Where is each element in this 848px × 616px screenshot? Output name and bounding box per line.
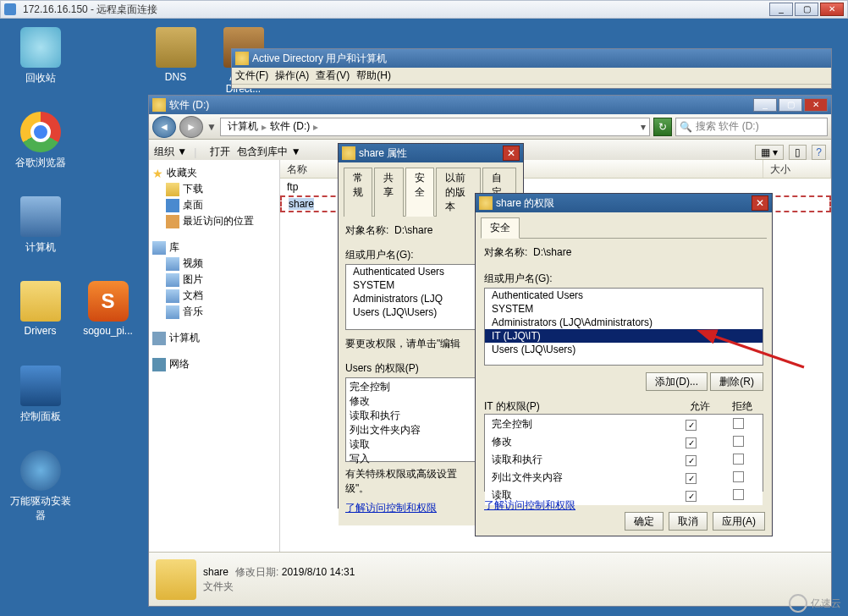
- crumb-dropdown-icon[interactable]: ▾: [641, 121, 646, 133]
- pane-icon[interactable]: ▯: [789, 145, 807, 160]
- tree-libraries[interactable]: 库: [152, 239, 276, 256]
- open-button[interactable]: 打开: [210, 145, 230, 159]
- perm-close[interactable]: ✕: [752, 195, 768, 211]
- dropdown-icon[interactable]: ▼: [206, 121, 217, 133]
- deny-checkbox[interactable]: [733, 471, 744, 482]
- include-button[interactable]: 包含到库中 ▼: [237, 145, 300, 159]
- col-size[interactable]: 大小: [763, 160, 831, 178]
- deny-checkbox[interactable]: [733, 418, 744, 429]
- tree-computer[interactable]: 计算机: [152, 330, 276, 346]
- rdp-title: 172.16.16.150 - 远程桌面连接: [19, 3, 768, 17]
- desktop-recycle-bin[interactable]: 回收站: [8, 27, 72, 85]
- col-deny: 拒绝: [721, 399, 763, 414]
- allow-checkbox[interactable]: ✓: [686, 473, 697, 484]
- allow-checkbox[interactable]: ✓: [686, 420, 697, 431]
- desktop-driver-install[interactable]: 万能驱动安装器: [8, 450, 72, 523]
- tree-downloads[interactable]: 下载: [152, 181, 276, 197]
- tab-general[interactable]: 常规: [344, 168, 372, 217]
- share-permissions-dialog[interactable]: share 的权限 ✕ 安全 对象名称: D:\share 组或用户名(G): …: [475, 193, 773, 536]
- prop-obj-value: D:\share: [394, 224, 432, 236]
- ad-titlebar[interactable]: Active Directory 用户和计算机: [232, 49, 831, 68]
- explorer-title: 软件 (D:): [169, 98, 752, 113]
- prop-link[interactable]: 了解访问控制和权限: [345, 502, 437, 514]
- explorer-min[interactable]: _: [753, 98, 777, 112]
- tab-prev[interactable]: 以前的版本: [436, 168, 481, 217]
- watermark-logo-icon: [789, 594, 807, 613]
- desktop[interactable]: 回收站 DNS Active Direct... 谷歌浏览器 计算机 Drive…: [0, 19, 848, 616]
- perm-titlebar[interactable]: share 的权限 ✕: [476, 194, 772, 212]
- tree-recent[interactable]: 最近访问的位置: [152, 213, 276, 229]
- perm-user-item[interactable]: Authenticated Users: [485, 289, 763, 302]
- picture-icon: [166, 273, 179, 287]
- network-icon: [152, 358, 166, 371]
- perm-table[interactable]: 完全控制✓修改✓读取和执行✓列出文件夹内容✓读取✓: [484, 414, 763, 492]
- desktop-dns[interactable]: DNS: [144, 27, 207, 83]
- deny-checkbox[interactable]: [733, 489, 744, 500]
- perm-user-item[interactable]: SYSTEM: [485, 302, 763, 316]
- tree-desktop[interactable]: 桌面: [152, 197, 276, 213]
- prop-close[interactable]: ✕: [503, 146, 520, 161]
- music-icon: [166, 305, 179, 319]
- minimize-button[interactable]: _: [769, 3, 793, 16]
- perm-title: share 的权限: [496, 196, 750, 211]
- allow-checkbox[interactable]: ✓: [686, 491, 697, 502]
- menu-help[interactable]: 帮助(H): [356, 69, 391, 83]
- perm-link[interactable]: 了解访问控制和权限: [484, 499, 575, 511]
- tree-favorites[interactable]: ★收藏夹: [152, 165, 276, 181]
- nav-tree[interactable]: ★收藏夹 下载 桌面 最近访问的位置 库 视频 图片 文档 音乐 计算机 网络: [149, 160, 280, 586]
- desktop-drivers[interactable]: Drivers: [8, 281, 72, 337]
- desktop-cpanel[interactable]: 控制面板: [8, 366, 72, 424]
- refresh-button[interactable]: ↻: [653, 118, 672, 136]
- allow-checkbox[interactable]: ✓: [686, 437, 697, 448]
- desktop-computer[interactable]: 计算机: [8, 196, 72, 255]
- ad-window[interactable]: Active Directory 用户和计算机 文件(F) 操作(A) 查看(V…: [231, 48, 832, 89]
- cancel-button[interactable]: 取消: [669, 512, 708, 531]
- menu-action[interactable]: 操作(A): [275, 69, 309, 83]
- desktop-chrome[interactable]: 谷歌浏览器: [8, 112, 72, 170]
- deny-checkbox[interactable]: [733, 454, 744, 465]
- computer-icon: [152, 332, 166, 345]
- search-input[interactable]: 🔍 搜索 软件 (D:): [675, 118, 828, 136]
- status-name: share: [203, 566, 229, 578]
- deny-checkbox[interactable]: [733, 436, 744, 447]
- search-icon: 🔍: [680, 121, 692, 133]
- video-icon: [166, 257, 179, 271]
- desktop-sogou[interactable]: Ssogou_pi...: [76, 281, 140, 337]
- explorer-max[interactable]: ▢: [779, 98, 802, 112]
- col-allow: 允许: [679, 399, 721, 414]
- folder-icon: [479, 196, 493, 210]
- perm-group-label: 组或用户名(G):: [484, 270, 553, 288]
- add-button[interactable]: 添加(D)...: [646, 372, 708, 391]
- prop-group-label: 组或用户名(G):: [345, 246, 414, 264]
- help-icon[interactable]: ?: [812, 145, 826, 160]
- prop-titlebar[interactable]: share 属性 ✕: [339, 144, 523, 162]
- tree-video[interactable]: 视频: [152, 256, 276, 272]
- prop-perm-label: Users 的权限(P): [345, 360, 419, 377]
- ok-button[interactable]: 确定: [625, 512, 664, 531]
- library-icon: [152, 241, 166, 255]
- explorer-titlebar[interactable]: 软件 (D:) _ ▢ ✕: [149, 96, 831, 114]
- folder-large-icon: [156, 559, 196, 600]
- menu-view[interactable]: 查看(V): [316, 69, 350, 83]
- allow-checkbox[interactable]: ✓: [686, 455, 697, 466]
- view-icon[interactable]: ▦ ▾: [755, 145, 784, 160]
- tab-share[interactable]: 共享: [374, 168, 403, 217]
- ad-menubar[interactable]: 文件(F) 操作(A) 查看(V) 帮助(H): [232, 68, 831, 85]
- breadcrumb[interactable]: 计算机▸ 软件 (D:)▸ ▾: [220, 118, 650, 136]
- maximize-button[interactable]: ▢: [795, 3, 818, 16]
- close-button[interactable]: ✕: [820, 3, 844, 16]
- tree-docs[interactable]: 文档: [152, 288, 276, 304]
- apply-button[interactable]: 应用(A): [713, 512, 765, 531]
- tab-security[interactable]: 安全: [405, 168, 434, 217]
- perm-row: 读取和执行✓: [487, 452, 761, 468]
- perm-tab-security[interactable]: 安全: [481, 217, 520, 239]
- rdp-titlebar: 172.16.16.150 - 远程桌面连接 _ ▢ ✕: [0, 0, 848, 19]
- forward-button[interactable]: ►: [179, 116, 203, 138]
- back-button[interactable]: ◄: [152, 116, 176, 138]
- explorer-close[interactable]: ✕: [804, 98, 828, 112]
- menu-file[interactable]: 文件(F): [235, 69, 268, 83]
- tree-music[interactable]: 音乐: [152, 304, 276, 320]
- tree-pictures[interactable]: 图片: [152, 272, 276, 288]
- tree-network[interactable]: 网络: [152, 356, 276, 372]
- organize-button[interactable]: 组织 ▼: [154, 145, 187, 159]
